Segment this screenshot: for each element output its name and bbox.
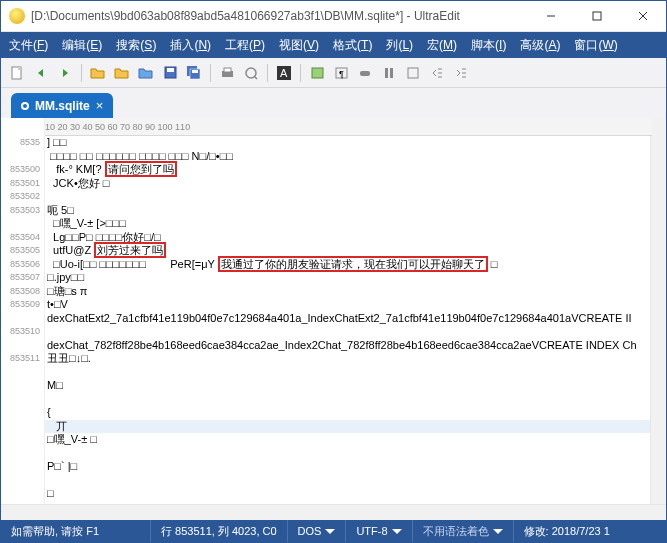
menu-e[interactable]: 编辑(E) <box>62 37 102 54</box>
maximize-button[interactable] <box>574 1 620 31</box>
text-line[interactable]: □嘿_V-± [>□□□ <box>45 217 650 231</box>
toggle-icon[interactable] <box>355 63 375 83</box>
svg-rect-10 <box>192 70 198 73</box>
text-line[interactable]: { <box>45 406 650 420</box>
highlighted-text: 请问您到了吗 <box>105 161 177 177</box>
status-encoding[interactable]: UTF-8 <box>346 520 412 542</box>
line-number <box>1 217 44 231</box>
editor-area: 10 20 30 40 50 60 70 80 90 100 110 8535 … <box>1 118 666 504</box>
tab-close-icon[interactable]: × <box>96 98 104 113</box>
text-line[interactable]: dexChat_782f8ff28be4b168eed6cae384cca2ae… <box>45 339 650 353</box>
minimize-button[interactable] <box>528 1 574 31</box>
svg-rect-1 <box>593 12 601 20</box>
menu-f[interactable]: 文件(F) <box>9 37 48 54</box>
menu-n[interactable]: 插入(N) <box>170 37 211 54</box>
menu-l[interactable]: 列(L) <box>386 37 413 54</box>
window-controls <box>528 1 666 31</box>
text-line[interactable]: P□` |□ <box>45 460 650 474</box>
text-line[interactable]: M□ <box>45 379 650 393</box>
line-number <box>1 150 44 164</box>
text-line[interactable] <box>45 393 650 407</box>
vertical-scrollbar[interactable] <box>650 118 666 504</box>
line-number <box>1 393 44 407</box>
toolbar-separator <box>210 64 211 82</box>
line-number <box>1 474 44 488</box>
svg-rect-5 <box>18 67 21 70</box>
text-line[interactable]: ] □□ <box>45 136 650 150</box>
text-line[interactable]: □.jpy□□ <box>45 271 650 285</box>
text-line[interactable]: □嘿_V-± □ <box>45 433 650 447</box>
print-icon[interactable] <box>217 63 237 83</box>
text-line[interactable] <box>45 190 650 204</box>
ruler-icon[interactable] <box>403 63 423 83</box>
text-line[interactable]: 呃 5□ <box>45 204 650 218</box>
svg-rect-12 <box>224 68 231 72</box>
save-icon[interactable] <box>160 63 180 83</box>
svg-text:¶: ¶ <box>339 69 344 79</box>
svg-line-14 <box>254 76 257 79</box>
open-folder2-icon[interactable] <box>112 63 132 83</box>
menu-w[interactable]: 窗口(W) <box>574 37 617 54</box>
status-syntax[interactable]: 不用语法着色 <box>413 520 514 542</box>
indent-left-icon[interactable] <box>427 63 447 83</box>
tab-mmsqlite[interactable]: MM.sqlite × <box>11 93 113 118</box>
new-file-icon[interactable] <box>7 63 27 83</box>
app-icon <box>9 8 25 24</box>
show-spaces-icon[interactable]: ¶ <box>331 63 351 83</box>
svg-rect-21 <box>385 68 388 78</box>
menu-t[interactable]: 格式(T) <box>333 37 372 54</box>
text-line[interactable]: 丑丑□↓□. <box>45 352 650 366</box>
menu-m[interactable]: 宏(M) <box>427 37 457 54</box>
text-line[interactable]: □Uo-i[□□ □□□□□□□ PeR[=μY 我通过了你的朋友验证请求，现在… <box>45 258 650 272</box>
text-line[interactable]: t•□V <box>45 298 650 312</box>
menu-s[interactable]: 搜索(S) <box>116 37 156 54</box>
line-number: 8535 <box>1 136 44 150</box>
line-number: 853511 <box>1 352 44 366</box>
forward-icon[interactable] <box>55 63 75 83</box>
text-line[interactable]: □ <box>45 487 650 501</box>
text-line[interactable]: fk-° KM[? 请问您到了吗 <box>45 163 650 177</box>
text-line[interactable]: 丌 <box>45 420 650 434</box>
menu-a[interactable]: 高级(A) <box>520 37 560 54</box>
list-col-icon[interactable] <box>379 63 399 83</box>
text-line[interactable]: JCK•您好 □ <box>45 177 650 191</box>
line-number <box>1 447 44 461</box>
menu-v[interactable]: 视图(V) <box>279 37 319 54</box>
indent-right-icon[interactable] <box>451 63 471 83</box>
line-number <box>1 433 44 447</box>
line-wrap-icon[interactable] <box>307 63 327 83</box>
svg-text:A: A <box>280 67 288 79</box>
svg-rect-20 <box>360 71 370 76</box>
toolbar-separator <box>300 64 301 82</box>
highlighted-text: 刘芳过来了吗 <box>94 242 166 258</box>
save-all-icon[interactable] <box>184 63 204 83</box>
tab-label: MM.sqlite <box>35 99 90 113</box>
horizontal-scrollbar[interactable] <box>1 504 666 520</box>
line-number: 853505 <box>1 244 44 258</box>
print-preview-icon[interactable] <box>241 63 261 83</box>
back-icon[interactable] <box>31 63 51 83</box>
line-number: 853508 <box>1 285 44 299</box>
text-line[interactable] <box>45 447 650 461</box>
menu-i[interactable]: 脚本(I) <box>471 37 506 54</box>
text-content[interactable]: ] □□ □□□□ □□ □□□□□□ □□□□ □□□ N□/□•□□ fk-… <box>45 118 650 504</box>
svg-rect-23 <box>408 68 418 78</box>
text-line[interactable]: dexChatExt2_7a1cfbf41e119b04f0e7c129684a… <box>45 312 650 326</box>
close-button[interactable] <box>620 1 666 31</box>
text-line[interactable] <box>45 366 650 380</box>
toolbar-separator <box>267 64 268 82</box>
tab-modified-icon <box>21 102 29 110</box>
svg-rect-7 <box>167 68 174 72</box>
text-line[interactable] <box>45 474 650 488</box>
line-number: 853500 <box>1 163 44 177</box>
line-number <box>1 406 44 420</box>
open-folder-icon[interactable] <box>88 63 108 83</box>
menu-p[interactable]: 工程(P) <box>225 37 265 54</box>
titlebar: [D:\Documents\9bd063ab08f89abd5a48106692… <box>1 1 666 32</box>
text-line[interactable]: □瑭□s π <box>45 285 650 299</box>
text-line[interactable] <box>45 325 650 339</box>
status-mode[interactable]: DOS <box>288 520 347 542</box>
open-recent-icon[interactable] <box>136 63 156 83</box>
status-modified: 修改: 2018/7/23 1 <box>514 520 666 542</box>
font-select-icon[interactable]: A <box>274 63 294 83</box>
